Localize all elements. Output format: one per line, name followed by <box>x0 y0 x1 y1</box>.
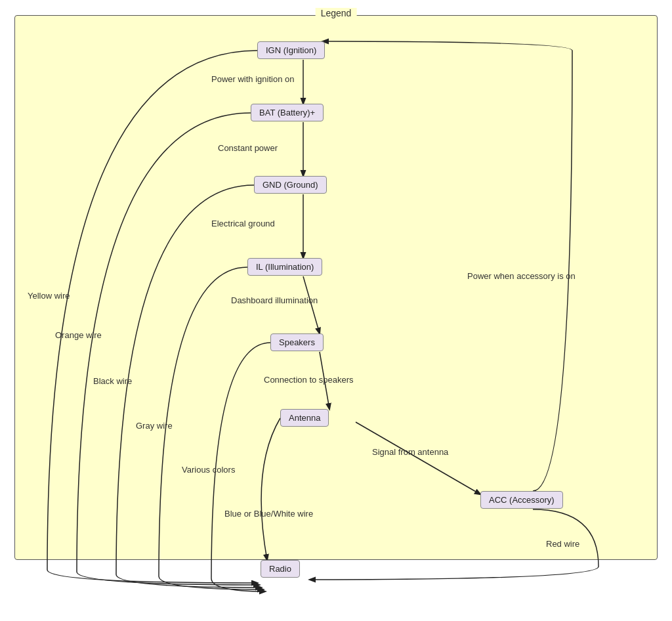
node-acc: ACC (Accessory) <box>480 491 563 509</box>
node-radio: Radio <box>261 560 300 578</box>
label-yellow-wire: Yellow wire <box>28 291 70 301</box>
label-various-colors: Various colors <box>182 465 235 475</box>
node-antenna: Antenna <box>280 409 329 427</box>
node-gnd: GND (Ground) <box>254 176 327 194</box>
label-electrical-ground: Electrical ground <box>211 219 275 228</box>
diagram-wrapper: Legend <box>8 9 664 612</box>
node-bat: BAT (Battery)+ <box>251 104 324 121</box>
label-black-wire: Black wire <box>93 376 132 386</box>
label-power-ignition: Power with ignition on <box>211 74 294 84</box>
legend-title: Legend <box>316 8 357 18</box>
label-connection-to-speakers: Connection to speakers <box>264 375 354 385</box>
label-red-wire: Red wire <box>546 539 579 549</box>
node-speakers: Speakers <box>270 333 324 351</box>
label-power-accessory: Power when accessory is on <box>467 271 576 281</box>
label-blue-wire: Blue or Blue/White wire <box>224 509 313 519</box>
label-dashboard-illumination: Dashboard illumination <box>231 295 318 305</box>
label-constant-power: Constant power <box>218 143 278 153</box>
label-gray-wire: Gray wire <box>136 421 173 431</box>
label-orange-wire: Orange wire <box>55 330 102 340</box>
legend-box: Legend <box>14 15 658 560</box>
node-il: IL (Illumination) <box>247 258 322 276</box>
label-signal-from-antenna: Signal from antenna <box>372 447 448 457</box>
node-ign: IGN (Ignition) <box>257 41 325 59</box>
